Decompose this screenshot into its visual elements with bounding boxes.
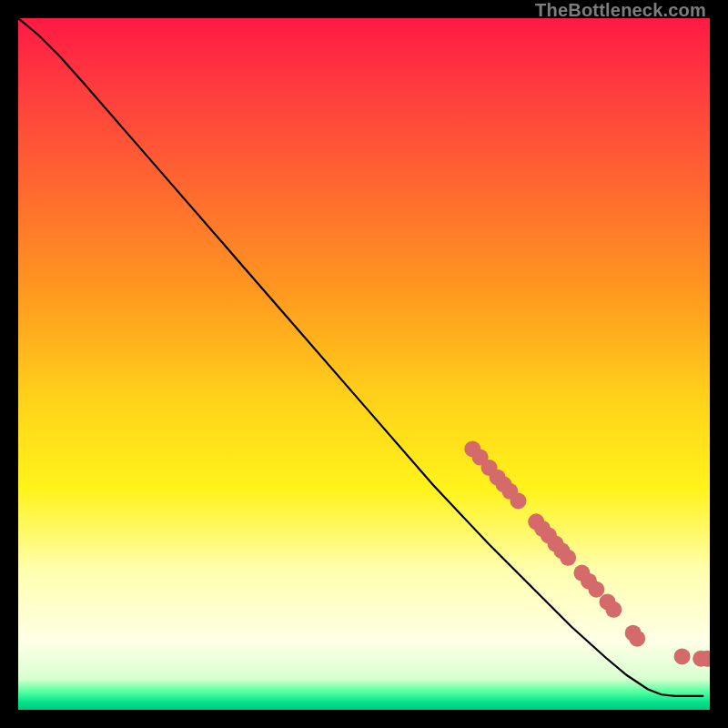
scatter-point — [560, 550, 576, 566]
scatter-point — [605, 602, 622, 618]
scatter-point — [674, 648, 691, 664]
scatter-point — [588, 581, 604, 598]
bottleneck-chart — [18, 18, 710, 710]
chart-svg — [18, 18, 710, 710]
scatter-point — [629, 631, 645, 647]
scatter-point — [510, 492, 526, 509]
watermark-text: TheBottleneck.com — [535, 0, 706, 21]
